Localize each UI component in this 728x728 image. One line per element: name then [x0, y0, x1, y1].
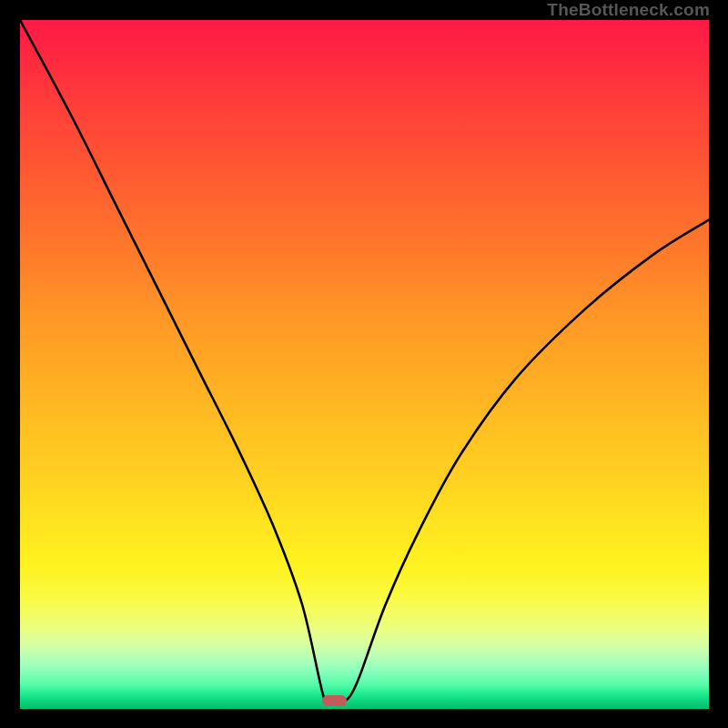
optimal-marker	[322, 695, 347, 706]
watermark-text: TheBottleneck.com	[547, 0, 710, 20]
bottleneck-curve	[20, 20, 709, 709]
plot-area	[20, 20, 709, 709]
chart-frame: TheBottleneck.com	[0, 0, 728, 728]
